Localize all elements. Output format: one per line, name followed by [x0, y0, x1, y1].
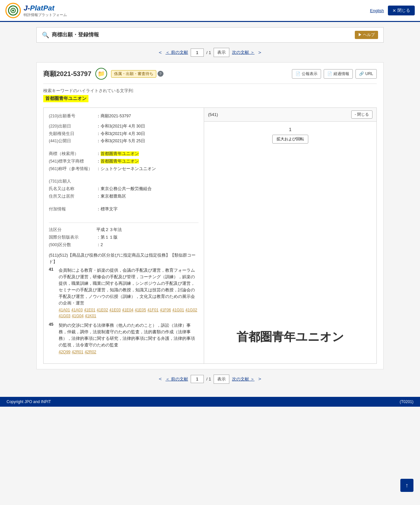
- show-button-bottom[interactable]: 表示: [214, 375, 229, 384]
- document-id: 商願2021-53797: [43, 69, 91, 78]
- class-41-num: 41: [49, 267, 59, 306]
- additional-row: 付加情報 ：標準文字: [49, 206, 199, 212]
- pronunciation-value: ：シュトケンセーネンユニオン: [96, 166, 199, 172]
- intl-class-row: 国際分類版表示 ：第１１版: [49, 234, 199, 241]
- class-header-row: (511)(512)【商品及び役務の区分並びに指定商品又は指定役務】【類似群コー…: [49, 252, 199, 265]
- url-button[interactable]: 🔗 URL: [355, 69, 377, 79]
- rotate-button[interactable]: 拡大および回転: [272, 135, 308, 144]
- name-label: 氏名又は名称: [49, 186, 96, 192]
- trademark-search-row: 商標（検索用） ：首都圏青年ユニオン: [49, 151, 199, 157]
- image-page-num: 1: [289, 127, 292, 132]
- prev-label-bottom[interactable]: ＜ 前の文献: [165, 376, 188, 382]
- spacer-3: [49, 204, 199, 206]
- class-41-header: 41 会員制による教育・娯楽の提供，会議の手配及び運営，教育フォーラムの手配及び…: [49, 267, 199, 306]
- close-button[interactable]: ✕ 閉じる: [388, 6, 415, 15]
- code-41G04[interactable]: 41G04: [72, 314, 84, 318]
- code-41A01[interactable]: 41A01: [59, 308, 70, 312]
- pub-date-value: ：令和3(2021)年 5月 25日: [96, 138, 199, 144]
- code-41K01[interactable]: 41K01: [85, 314, 96, 318]
- doc-icon-2: 📄: [327, 71, 332, 76]
- class-45-header: 45 契約の交渉に関する法律事務（他人のためのこと），訴訟（法律）事務，仲裁，調…: [49, 322, 199, 348]
- code-42R02[interactable]: 42R02: [85, 350, 96, 354]
- pagination-bottom: ＜ ＜ 前の文献 / 1 表示 次の文献 ＞ ＞: [36, 375, 384, 384]
- code-41G01[interactable]: 41G01: [172, 308, 184, 312]
- code-41A03[interactable]: 41A03: [71, 308, 83, 312]
- logo-icon: [5, 3, 21, 18]
- show-button-top[interactable]: 表示: [214, 48, 229, 57]
- divider-2: [49, 223, 199, 223]
- doc-status: 係属・出願・審査待ち ?: [111, 70, 163, 78]
- code-41E04[interactable]: 41E04: [122, 308, 134, 312]
- highlight-label: 検索キーワードのハイライトされている文字列:: [43, 88, 377, 94]
- footer-code: (T0201): [400, 399, 413, 404]
- action-buttons: 📄 公報表示 📄 経過情報 🔗 URL: [292, 69, 377, 79]
- footer-copyright: Copyright JPO and INPIT: [7, 399, 51, 404]
- right-panel-content: 1 拡大および回転 首都圏青年ユニオン: [204, 122, 376, 363]
- logo-text-area: J-PlatPat 特許情報プラットフォーム: [24, 4, 67, 17]
- code-41F01[interactable]: 41F01: [147, 308, 159, 312]
- code-41E01[interactable]: 41E01: [84, 308, 95, 312]
- question-badge[interactable]: ?: [158, 71, 163, 77]
- next-label-top[interactable]: 次の文献 ＞: [232, 49, 255, 55]
- prev-button-top[interactable]: ＜: [158, 49, 163, 56]
- app-date-row: (220)出願日 ：令和3(2021)年 4月 30日: [49, 123, 199, 129]
- class-count-value: ：2: [96, 242, 199, 248]
- pub-date-label: (441)公開日: [49, 138, 96, 144]
- law-row: 法区分 平成２３年法: [49, 227, 199, 233]
- prev-arrow-bottom[interactable]: ＜: [158, 376, 163, 382]
- spacer-1: [49, 148, 199, 151]
- address-label: 住所又は居所: [49, 193, 96, 200]
- address-value: ：東京都豊島区: [96, 193, 199, 200]
- code-41E03[interactable]: 41E03: [109, 308, 121, 312]
- keika-button[interactable]: 📄 経過情報: [324, 69, 353, 79]
- trademark-search-value: ：首都圏青年ユニオン: [96, 151, 199, 157]
- folder-icon: 📁: [95, 68, 107, 80]
- right-panel-title: (541): [208, 112, 218, 117]
- next-arrow-bottom[interactable]: ＞: [257, 376, 262, 382]
- logo-area: J-PlatPat 特許情報プラットフォーム: [5, 3, 67, 18]
- kouhou-button[interactable]: 📄 公報表示: [292, 69, 321, 79]
- svg-point-3: [12, 10, 14, 11]
- close-panel-button[interactable]: - 閉じる: [351, 110, 372, 119]
- trademark-std-value: ：首都圏青年ユニオン: [96, 158, 199, 165]
- spacer-4: [49, 216, 199, 219]
- app-num-label: (210)出願番号: [49, 113, 96, 119]
- footer: Copyright JPO and INPIT (T0201): [0, 397, 420, 407]
- page-title-bar: 🔍 商標出願・登録情報 ▶ ヘルプ: [36, 27, 384, 43]
- logo-subtitle: 特許情報プラットフォーム: [24, 12, 67, 17]
- code-41E05[interactable]: 41E05: [135, 308, 146, 312]
- priority-label: 先願権発生日: [49, 131, 96, 137]
- class-41-content: 会員制による教育・娯楽の提供，会議の手配及び運営，教育フォーラムの手配及び運営，…: [59, 267, 199, 306]
- page-total-top: / 1: [206, 50, 211, 55]
- next-label-bottom[interactable]: 次の文献 ＞: [232, 376, 255, 382]
- pub-date-row: (441)公開日 ：令和3(2021)年 5月 25日: [49, 138, 199, 144]
- priority-row: 先願権発生日 ：令和3(2021)年 4月 30日: [49, 131, 199, 137]
- language-link[interactable]: English: [370, 8, 384, 13]
- app-date-label: (220)出願日: [49, 123, 96, 129]
- additional-value: ：標準文字: [96, 206, 199, 212]
- page-title: 商標出願・登録情報: [52, 31, 99, 38]
- page-input-bottom[interactable]: [191, 375, 204, 383]
- trademark-std-label: (541)標準文字商標: [49, 158, 96, 165]
- page-title-left: 🔍 商標出願・登録情報: [42, 31, 99, 39]
- document-header: 商願2021-53797 📁 係属・出願・審査待ち ? 📄 公報表示 📄 経過情…: [43, 68, 377, 80]
- app-num-value: ：商願2021-53797: [96, 113, 199, 119]
- pronunciation-label: (561)称呼（参考情報）: [49, 166, 96, 172]
- code-41E02[interactable]: 41E02: [97, 308, 108, 312]
- header-right: English ✕ 閉じる: [370, 6, 415, 15]
- help-button[interactable]: ▶ ヘルプ: [355, 31, 378, 39]
- pagination-top: ＜ ＜ 前の文献 / 1 表示 次の文献 ＞ ＞: [36, 48, 384, 57]
- doc-id-area: 商願2021-53797 📁 係属・出願・審査待ち ?: [43, 68, 163, 80]
- code-41G02[interactable]: 41G02: [185, 308, 197, 312]
- page-total-bottom: / 1: [206, 377, 211, 381]
- applicant-label-row: (731)出願人: [49, 178, 199, 185]
- pronunciation-row: (561)称呼（参考情報） ：シュトケンセーネンユニオン: [49, 166, 199, 172]
- code-42Q99[interactable]: 42Q99: [59, 350, 70, 354]
- prev-label-top[interactable]: ＜ 前の文献: [165, 49, 188, 55]
- next-arrow-top[interactable]: ＞: [257, 49, 262, 56]
- code-41F06[interactable]: 41F06: [160, 308, 171, 312]
- code-41G03[interactable]: 41G03: [59, 314, 70, 318]
- law-value: 平成２３年法: [96, 227, 199, 233]
- page-input-top[interactable]: [191, 49, 204, 57]
- code-42R01[interactable]: 42R01: [72, 350, 83, 354]
